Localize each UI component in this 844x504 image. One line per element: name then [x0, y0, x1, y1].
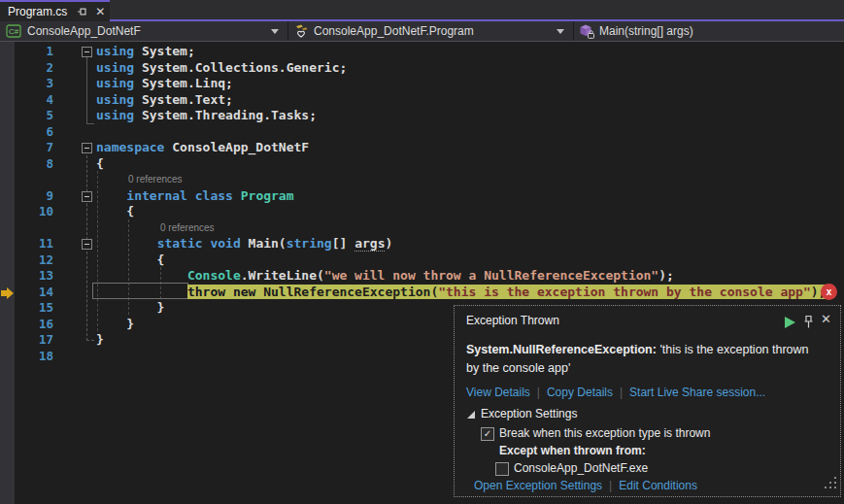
link-open-exception-settings[interactable]: Open Exception Settings [474, 479, 602, 492]
code-token: { [96, 156, 104, 171]
link-view-details[interactable]: View Details [466, 386, 530, 399]
resize-grip[interactable] [825, 487, 827, 488]
member-dropdown-label: Main(string[] args) [599, 24, 693, 38]
code-text[interactable]: { [96, 203, 134, 219]
module-checkbox[interactable] [495, 462, 509, 476]
code-line[interactable]: 7namespace ConsoleApp_DotNetF [0, 139, 844, 155]
code-line[interactable]: 9 internal class Program [0, 187, 844, 204]
fold-collapse-icon[interactable] [82, 47, 92, 57]
code-token [96, 268, 187, 283]
code-text[interactable]: using System.Linq; [96, 75, 233, 91]
fold-collapse-icon[interactable] [82, 191, 92, 202]
code-line[interactable]: 3using System.Linq; [0, 75, 844, 91]
line-number: 2 [0, 59, 53, 76]
code-text[interactable]: using System.Text; [96, 91, 233, 108]
type-dropdown-label: ConsoleApp_DotNetF.Program [314, 24, 474, 38]
chevron-down-icon[interactable] [557, 29, 564, 34]
code-line[interactable]: 2using System.Collections.Generic; [0, 59, 844, 76]
resize-grip[interactable] [834, 487, 836, 488]
member-dropdown[interactable]: Main(string[] args) [574, 21, 844, 41]
code-text[interactable]: internal class Program [96, 187, 294, 204]
code-text[interactable]: } [96, 299, 164, 316]
method-private-icon [579, 23, 595, 40]
line-number: 13 [0, 267, 53, 284]
module-checkbox-label: ConsoleApp_DotNetF.exe [514, 461, 648, 475]
code-text[interactable]: using System; [96, 43, 195, 59]
type-dropdown[interactable]: ConsoleApp_DotNetF.Program [288, 21, 572, 41]
code-text[interactable]: namespace ConsoleApp_DotNetF [96, 139, 309, 155]
code-token: } [96, 332, 104, 347]
pin-icon[interactable] [802, 315, 815, 333]
code-text[interactable]: throw new NullReferenceException("this i… [96, 284, 826, 300]
code-text[interactable]: { [96, 252, 164, 268]
code-line[interactable]: 14 throw new NullReferenceException("thi… [0, 284, 844, 300]
popup-title: Exception Thrown [466, 314, 559, 327]
code-line[interactable]: 5using System.Threading.Tasks; [0, 107, 844, 123]
code-token: using [96, 44, 134, 58]
fold-collapse-icon[interactable] [82, 239, 92, 250]
code-line[interactable]: 11 static void Main(string[] args) [0, 235, 844, 252]
resize-grip[interactable] [829, 482, 831, 484]
code-token: NullReferenceException( [255, 285, 438, 299]
project-dropdown[interactable]: C# ConsoleApp_DotNetF [0, 21, 287, 41]
line-number: 1 [0, 43, 53, 59]
code-token: internal [126, 188, 187, 203]
code-line[interactable]: 6 [0, 123, 844, 140]
codelens-row: 0 references [0, 219, 844, 236]
line-number: 11 [0, 235, 53, 252]
code-line[interactable]: 1using System; [0, 43, 844, 59]
tab-title: Program.cs [8, 5, 67, 18]
link-copy-details[interactable]: Copy Details [547, 386, 613, 399]
continue-play-icon[interactable] [785, 317, 795, 328]
link-separator: | [609, 479, 612, 492]
pin-icon[interactable] [76, 6, 87, 17]
exception-settings-header[interactable]: Exception Settings [481, 407, 577, 420]
close-icon[interactable]: ✕ [95, 6, 105, 17]
exception-error-icon[interactable]: x [821, 284, 837, 300]
codelens-references-link[interactable]: 0 references [128, 173, 183, 186]
line-number: 16 [0, 316, 53, 332]
code-line[interactable]: 10 { [0, 203, 844, 219]
line-number: 4 [0, 91, 53, 108]
resize-grip[interactable] [834, 477, 836, 479]
link-separator: | [620, 386, 623, 399]
codelens-references-link[interactable]: 0 references [160, 221, 215, 235]
project-dropdown-label: ConsoleApp_DotNetF [27, 24, 141, 38]
code-text[interactable]: using System.Collections.Generic; [96, 59, 347, 76]
code-token: ConsoleApp_DotNetF [164, 140, 309, 154]
tab-program-cs[interactable]: Program.cs ✕ [0, 0, 110, 21]
link-start-live-share-session[interactable]: Start Live Share session... [629, 386, 765, 399]
break-checkbox[interactable]: ✓ [481, 427, 494, 441]
code-token: string [287, 236, 332, 251]
code-line[interactable]: 8{ [0, 155, 844, 172]
code-text[interactable]: using System.Threading.Tasks; [96, 107, 317, 123]
code-token: Main( [241, 236, 287, 251]
vs-editor-window: Program.cs ✕ C# ConsoleApp_DotNetF Conso… [0, 0, 844, 504]
code-text[interactable]: Console.WriteLine("we will now throw a N… [96, 267, 674, 284]
code-token: System.Collections.Generic; [134, 60, 347, 75]
code-token: System.Text; [134, 92, 233, 107]
link-edit-conditions[interactable]: Edit Conditions [619, 479, 697, 492]
link-separator: | [537, 386, 540, 399]
code-token: Console [187, 268, 241, 283]
code-text[interactable]: } [96, 331, 104, 348]
code-token: [] [332, 236, 354, 251]
code-line[interactable]: 4using System.Text; [0, 91, 844, 108]
code-token: namespace [96, 140, 164, 154]
class-internal-icon [293, 23, 310, 40]
code-line[interactable]: 13 Console.WriteLine("we will now throw … [0, 267, 844, 284]
resize-grip[interactable] [834, 482, 836, 484]
expander-expanded-icon[interactable] [467, 411, 475, 419]
line-number: 8 [0, 155, 53, 172]
code-text[interactable]: { [96, 155, 104, 172]
close-icon[interactable]: ✕ [821, 313, 831, 325]
code-token [225, 285, 233, 299]
line-number: 18 [0, 348, 53, 364]
code-line[interactable]: 12 { [0, 252, 844, 268]
chevron-down-icon[interactable] [271, 29, 279, 34]
code-text[interactable]: } [96, 316, 134, 332]
code-token: using [96, 92, 134, 107]
resize-grip[interactable] [829, 487, 831, 488]
code-text[interactable]: static void Main(string[] args) [96, 235, 392, 252]
fold-collapse-icon[interactable] [82, 143, 92, 153]
